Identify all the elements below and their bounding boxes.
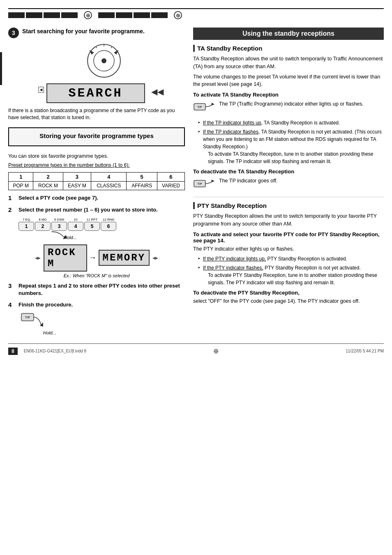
ta-bullet-1: If the TP indicator lights up, TA Standb… bbox=[198, 119, 384, 127]
lcd-memory: MEMORY bbox=[99, 250, 150, 266]
search-lcd: SEARCH bbox=[46, 83, 145, 103]
preset-code-1: POP M bbox=[9, 182, 33, 190]
preset-num-3: 3 bbox=[63, 173, 91, 182]
ta-activate-extra: To activate TA Standby Reception, tune i… bbox=[208, 150, 384, 165]
rock-memory-display: ◀▶ ROCK M → MEMORY ◀▶ Ex.: When "ROCK M"… bbox=[35, 244, 158, 278]
pty-bullet-2: If the PTY indicator flashes, PTY Standb… bbox=[198, 264, 384, 286]
border-block-8 bbox=[151, 12, 168, 18]
svg-text:T/P: T/P bbox=[198, 182, 202, 185]
btn-3[interactable]: 3 bbox=[51, 222, 67, 231]
pty-bullet1-prefix: If the PTY indicator lights up, bbox=[203, 256, 266, 262]
divider bbox=[193, 197, 384, 197]
border-block-6 bbox=[116, 12, 132, 18]
footer-right-text: 11/22/05 5:44:21 PM bbox=[346, 349, 384, 353]
activate-ta-note: The TP (Traffic Programme) indicator eit… bbox=[219, 100, 364, 108]
step2: 2 Select the preset number (1 – 6) you w… bbox=[8, 206, 185, 214]
hold-label-2: Hold... bbox=[43, 330, 185, 335]
btn-5[interactable]: 5 bbox=[84, 222, 100, 231]
deactivate-ta-row: T/P The TP indicator goes off. bbox=[193, 177, 384, 193]
search-note: If there is a station broadcasting a pro… bbox=[8, 107, 185, 121]
crossmark-left: ⊕ bbox=[84, 11, 92, 19]
step4-text-bold: Finish the procedure. bbox=[18, 302, 73, 308]
step2-text-bold: Select the preset number (1 – 6) you wan… bbox=[18, 207, 158, 213]
knob-diagram bbox=[83, 42, 125, 81]
footer: 8 EN06-11KD-G421[EX_EU]f.indd 8 ⊕ 11/22/… bbox=[8, 343, 384, 355]
pty-activate-extra: To activate PTY Standby Reception, tune … bbox=[208, 272, 384, 286]
border-blocks-right bbox=[98, 12, 168, 18]
pty-activate-note: The PTY indicator either lights up or fl… bbox=[193, 245, 384, 253]
svg-marker-17 bbox=[211, 180, 214, 182]
preset-code-4: CLASSICS bbox=[91, 182, 127, 190]
step4-text: Finish the procedure. bbox=[18, 301, 73, 309]
btn-2[interactable]: 2 bbox=[35, 222, 51, 231]
pty-title-text: PTY Standby Reception bbox=[197, 202, 267, 209]
btn-4[interactable]: 4 bbox=[68, 222, 83, 231]
ta-bullets: If the TP indicator lights up, TA Standb… bbox=[198, 119, 384, 165]
search-display: ◀◀ SEARCH ◀ bbox=[23, 42, 185, 103]
step3-store: 3 Repeat steps 1 and 2 to store other PT… bbox=[8, 282, 185, 297]
ta-bullet2-prefix: If the TP indicator flashes, bbox=[203, 129, 260, 135]
pty-section: PTY Standby Reception PTY Standby Recept… bbox=[193, 202, 384, 305]
deactivate-pty-label: To deactivate the PTY Standby Reception, bbox=[193, 290, 384, 296]
right-column: Using the standby receptions TA Standby … bbox=[193, 28, 384, 335]
pty-bullets: If the PTY indicator lights up, PTY Stan… bbox=[198, 255, 384, 286]
svg-text:T/P: T/P bbox=[25, 315, 30, 319]
storing-intro: You can store six favorite programme typ… bbox=[8, 152, 185, 160]
ta-body2: The volume changes to the preset TA volu… bbox=[193, 73, 384, 89]
step2-num: 2 bbox=[8, 206, 16, 213]
btn-top-6: 12 RND bbox=[101, 218, 116, 221]
btn-top-2: 8 MO bbox=[35, 218, 51, 221]
activate-ta-label: To activate TA Standby Reception bbox=[193, 92, 384, 98]
border-block-4 bbox=[61, 12, 78, 18]
svg-text:T/P: T/P bbox=[198, 106, 202, 108]
tp-hold-diagram: T/P Hold... bbox=[21, 313, 185, 335]
pty-subsection-title: PTY Standby Reception bbox=[193, 202, 384, 209]
deactivate-pty-text: select "OFF" for the PTY code (see page … bbox=[193, 297, 384, 305]
crossmark-right: ⊕ bbox=[174, 11, 182, 19]
btn-1[interactable]: 1 bbox=[18, 222, 34, 231]
pty-body: PTY Standby Reception allows the unit to… bbox=[193, 212, 384, 228]
preset-code-2: ROCK M bbox=[33, 182, 63, 190]
lcd-indicator-left: ◀ bbox=[38, 87, 44, 93]
btn-top-4: 10 bbox=[68, 218, 83, 221]
english-label: ENGLISH bbox=[0, 56, 0, 82]
ta-bullet-2: If the TP indicator flashes, TA Standby … bbox=[198, 128, 384, 165]
pty-activate-suffix: see page 14. bbox=[193, 237, 225, 244]
btn-top-1: 7 EQ bbox=[18, 218, 34, 221]
ta-bullet1-prefix: If the TP indicator lights up, bbox=[203, 120, 263, 126]
deactivate-ta-label: To deactivate the TA Standby Reception bbox=[193, 168, 384, 175]
border-blocks-left bbox=[8, 12, 78, 18]
activate-ta-row: T/P The TP (Traffic Programme) indicator… bbox=[193, 100, 384, 117]
preset-codes-row: POP M ROCK M EASY M CLASSICS AFFAIRS VAR… bbox=[9, 182, 185, 190]
page-container: ⊕ ⊕ ENGLISH 3 Start searching for your f… bbox=[0, 0, 392, 555]
ex-label: Ex.: When "ROCK M" is selected bbox=[35, 273, 158, 278]
btn-top-3: 9 DSM bbox=[51, 218, 67, 221]
border-block-3 bbox=[44, 12, 60, 18]
border-block-7 bbox=[134, 12, 150, 18]
pty-activate-label: To activate and select your favorite PTY… bbox=[193, 231, 384, 244]
left-column: ENGLISH 3 Start searching for your favor… bbox=[8, 28, 185, 335]
step4-num: 4 bbox=[8, 301, 16, 308]
preset-num-6: 6 bbox=[157, 173, 184, 182]
step1-text: Select a PTY code (see page 7). bbox=[18, 194, 98, 202]
preset-code-3: EASY M bbox=[63, 182, 91, 190]
border-block-5 bbox=[98, 12, 115, 18]
btn-6[interactable]: 6 bbox=[101, 222, 116, 231]
btn-top-5: 11 RPT bbox=[84, 218, 100, 221]
content-wrapper: ENGLISH 3 Start searching for your favor… bbox=[8, 28, 384, 335]
footer-crossmark: ⊕ bbox=[213, 347, 219, 355]
step4: 4 Finish the procedure. bbox=[8, 301, 185, 309]
hold-label-1: Hold... bbox=[64, 235, 77, 240]
pty-bullet1-text: PTY Standby Reception is activated. bbox=[267, 256, 348, 262]
lcd-arrow: → bbox=[89, 253, 97, 262]
preset-num-2: 2 bbox=[33, 173, 63, 182]
footer-left: 8 EN06-11KD-G421[EX_EU]f.indd 8 bbox=[8, 348, 86, 355]
section-title: Using the standby receptions bbox=[193, 28, 384, 40]
preset-code-6: VARIED bbox=[157, 182, 184, 190]
lcd-rock: ROCK M bbox=[44, 244, 87, 272]
ta-title-text: TA Standby Reception bbox=[197, 45, 262, 52]
step2-text: Select the preset number (1 – 6) you wan… bbox=[18, 206, 158, 214]
hold-indicator: Hold... bbox=[18, 231, 185, 241]
step3-store-text-bold: Repeat steps 1 and 2 to store other PTY … bbox=[18, 283, 180, 296]
footer-left-text: EN06-11KD-G421[EX_EU]f.indd 8 bbox=[24, 349, 86, 353]
